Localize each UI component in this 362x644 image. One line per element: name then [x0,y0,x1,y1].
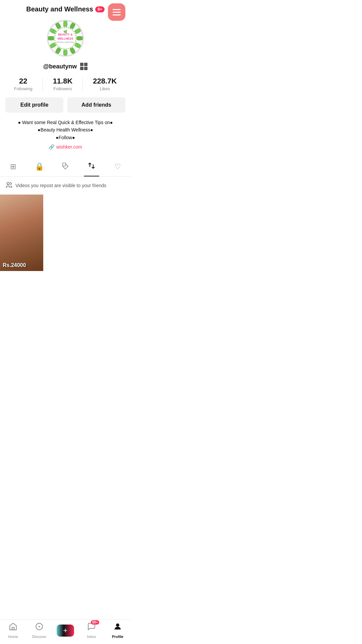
followers-stat[interactable]: 11.8K Followers [43,77,83,91]
avatar-section: BEAUTY & WELLNESS NATURALLY BEAUTIFUL 🌿 [0,16,131,61]
following-stat[interactable]: 22 Following [4,77,43,91]
header: Beauty and Wellness 9+ [0,0,131,16]
profile-tabs: ⊞ 🔒 ♡ [0,157,131,177]
video-price: Rs.24000 [3,262,26,268]
liked-tab-icon: ♡ [114,162,121,171]
tab-liked[interactable]: ♡ [105,158,131,176]
private-tab-icon: 🔒 [35,162,44,171]
svg-text:NATURALLY BEAUTIFUL: NATURALLY BEAUTIFUL [56,42,75,43]
followers-label: Followers [53,86,72,91]
svg-text:🌿: 🌿 [63,30,67,34]
tab-tagged[interactable] [52,157,78,176]
add-friends-button[interactable]: Add friends [67,97,125,113]
friends-icon [5,181,13,190]
followers-count: 11.8K [53,77,73,86]
video-grid: Rs.24000 [0,195,131,271]
likes-label: Likes [100,86,110,91]
link-icon: 🔗 [49,143,54,151]
bio-section: ● Want some Real Quick & Effective Tips … [0,119,131,155]
repost-tab-icon [87,162,96,172]
tab-private[interactable]: 🔒 [26,158,52,176]
following-label: Following [14,86,33,91]
bio-text: ● Want some Real Quick & Effective Tips … [18,120,113,140]
likes-count: 228.7K [93,77,117,86]
repost-note: Videos you repost are visible to your fr… [0,177,131,195]
menu-button[interactable] [108,3,125,21]
tab-videos[interactable]: ⊞ [0,158,26,176]
likes-stat[interactable]: 228.7K Likes [83,77,127,91]
svg-point-20 [7,182,9,184]
svg-text:BEAUTY &: BEAUTY & [58,33,72,36]
avatar[interactable]: BEAUTY & WELLNESS NATURALLY BEAUTIFUL 🌿 [47,20,84,57]
bio-url[interactable]: wishker.com [56,143,82,151]
following-count: 22 [19,77,27,86]
action-buttons: Edit profile Add friends [0,97,131,119]
stats-row: 22 Following 11.8K Followers 228.7K Like… [0,75,131,97]
tab-repost[interactable] [78,157,105,176]
repost-note-text: Videos you repost are visible to your fr… [15,183,106,188]
videos-tab-icon: ⊞ [10,162,16,171]
tagged-tab-icon [62,162,69,171]
svg-text:WELLNESS: WELLNESS [57,37,73,40]
bio-link[interactable]: 🔗 wishker.com [7,141,124,151]
svg-rect-19 [63,163,66,166]
notification-badge: 9+ [95,6,105,12]
edit-profile-button[interactable]: Edit profile [5,97,63,113]
page-title: Beauty and Wellness [26,5,93,13]
username: @beautynw [43,63,77,70]
qr-code-icon[interactable] [80,63,87,70]
username-row: @beautynw [0,61,131,75]
video-thumbnail[interactable]: Rs.24000 [0,195,43,271]
